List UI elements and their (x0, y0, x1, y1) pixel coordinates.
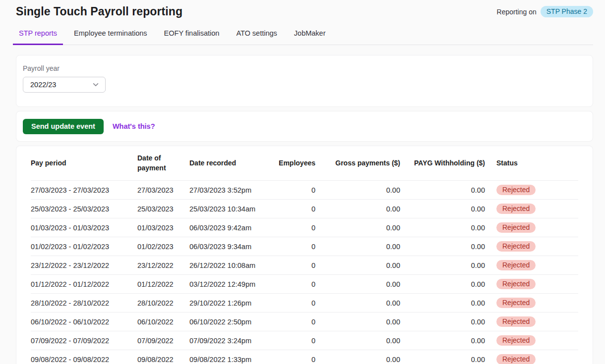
column-header-date-recorded: Date recorded (189, 158, 264, 168)
cell-date-of-payment: 23/12/2022 (137, 261, 189, 269)
cell-date-of-payment: 27/03/2023 (137, 186, 189, 194)
payroll-year-value: 2022/23 (30, 81, 56, 89)
actions-panel: Send update event What's this? (16, 111, 593, 142)
cell-date-recorded: 03/12/2022 12:49pm (189, 280, 264, 288)
column-header-employees: Employees (264, 158, 315, 168)
cell-status: Rejected (485, 204, 578, 214)
cell-date-of-payment: 28/10/2022 (137, 299, 189, 307)
cell-status: Rejected (485, 335, 578, 346)
column-header-gross-payments: Gross payments ($) (315, 158, 400, 168)
cell-status: Rejected (485, 298, 578, 308)
tab-jobmaker[interactable]: JobMaker (288, 26, 332, 45)
cell-gross-payments: 0.00 (315, 299, 400, 307)
cell-payg-withholding: 0.00 (400, 224, 485, 232)
table-row[interactable]: 01/03/2023 - 01/03/2023 01/03/2023 06/03… (31, 218, 578, 237)
table-row[interactable]: 27/03/2023 - 27/03/2023 27/03/2023 27/03… (31, 180, 578, 199)
column-header-date-of-payment: Date of payment (137, 154, 189, 173)
cell-employees: 0 (264, 261, 315, 269)
cell-employees: 0 (264, 205, 315, 213)
stp-phase-badge: STP Phase 2 (541, 6, 593, 17)
chevron-down-icon (92, 81, 99, 88)
cell-gross-payments: 0.00 (315, 280, 400, 288)
cell-payg-withholding: 0.00 (400, 280, 485, 288)
payroll-year-label: Payroll year (23, 64, 586, 72)
cell-pay-period: 07/09/2022 - 07/09/2022 (31, 337, 137, 345)
cell-payg-withholding: 0.00 (400, 337, 485, 345)
cell-status: Rejected (485, 354, 578, 364)
cell-date-recorded: 09/08/2022 1:33pm (189, 356, 264, 364)
cell-date-of-payment: 25/03/2023 (137, 205, 189, 213)
cell-status: Rejected (485, 260, 578, 270)
cell-status: Rejected (485, 185, 578, 195)
cell-pay-period: 27/03/2023 - 27/03/2023 (31, 186, 137, 194)
whats-this-link[interactable]: What's this? (113, 122, 155, 130)
cell-payg-withholding: 0.00 (400, 205, 485, 213)
cell-date-recorded: 29/10/2022 1:26pm (189, 299, 264, 307)
cell-employees: 0 (264, 318, 315, 326)
page-title: Single Touch Payroll reporting (16, 5, 182, 18)
table-body: 27/03/2023 - 27/03/2023 27/03/2023 27/03… (31, 180, 578, 364)
table-row[interactable]: 23/12/2022 - 23/12/2022 23/12/2022 26/12… (31, 256, 578, 274)
cell-payg-withholding: 0.00 (400, 356, 485, 364)
cell-gross-payments: 0.00 (315, 224, 400, 232)
table-row[interactable]: 06/10/2022 - 06/10/2022 06/10/2022 06/10… (31, 312, 578, 331)
status-badge: Rejected (496, 222, 536, 233)
cell-date-of-payment: 01/03/2023 (137, 224, 189, 232)
cell-pay-period: 28/10/2022 - 28/10/2022 (31, 299, 137, 307)
tab-ato-settings[interactable]: ATO settings (230, 26, 283, 45)
table-row[interactable]: 01/12/2022 - 01/12/2022 01/12/2022 03/12… (31, 274, 578, 293)
send-update-event-button[interactable]: Send update event (23, 119, 104, 134)
cell-pay-period: 01/12/2022 - 01/12/2022 (31, 280, 137, 288)
cell-date-of-payment: 01/12/2022 (137, 280, 189, 288)
status-badge: Rejected (496, 316, 536, 327)
table-row[interactable]: 25/03/2023 - 25/03/2023 25/03/2023 25/03… (31, 199, 578, 218)
cell-gross-payments: 0.00 (315, 205, 400, 213)
page-header: Single Touch Payroll reporting Reporting… (0, 0, 605, 18)
cell-gross-payments: 0.00 (315, 186, 400, 194)
cell-employees: 0 (264, 224, 315, 232)
table-row[interactable]: 09/08/2022 - 09/08/2022 09/08/2022 09/08… (31, 350, 578, 364)
column-header-pay-period: Pay period (31, 158, 137, 168)
cell-status: Rejected (485, 316, 578, 327)
reporting-on-label: Reporting on (497, 8, 537, 16)
cell-employees: 0 (264, 243, 315, 251)
status-badge: Rejected (496, 354, 536, 364)
cell-date-recorded: 25/03/2023 10:34am (189, 205, 264, 213)
cell-payg-withholding: 0.00 (400, 186, 485, 194)
cell-pay-period: 06/10/2022 - 06/10/2022 (31, 318, 137, 326)
cell-status: Rejected (485, 222, 578, 233)
cell-pay-period: 01/03/2023 - 01/03/2023 (31, 224, 137, 232)
filter-panel: Payroll year 2022/23 (16, 55, 593, 107)
tab-eofy-finalisation[interactable]: EOFY finalisation (158, 26, 226, 45)
cell-pay-period: 25/03/2023 - 25/03/2023 (31, 205, 137, 213)
cell-employees: 0 (264, 280, 315, 288)
cell-employees: 0 (264, 337, 315, 345)
tab-bar: STP reports Employee terminations EOFY f… (13, 26, 593, 45)
cell-date-of-payment: 06/10/2022 (137, 318, 189, 326)
cell-payg-withholding: 0.00 (400, 243, 485, 251)
tab-stp-reports[interactable]: STP reports (13, 26, 63, 45)
column-header-status: Status (485, 158, 578, 168)
table-header-row: Pay period Date of payment Date recorded… (31, 146, 578, 180)
payroll-year-select[interactable]: 2022/23 (23, 77, 106, 93)
status-badge: Rejected (496, 298, 536, 308)
cell-pay-period: 01/02/2023 - 01/02/2023 (31, 243, 137, 251)
cell-gross-payments: 0.00 (315, 356, 400, 364)
cell-pay-period: 09/08/2022 - 09/08/2022 (31, 356, 137, 364)
table-row[interactable]: 07/09/2022 - 07/09/2022 07/09/2022 07/09… (31, 331, 578, 350)
status-badge: Rejected (496, 260, 536, 270)
table-row[interactable]: 28/10/2022 - 28/10/2022 28/10/2022 29/10… (31, 293, 578, 312)
cell-date-recorded: 06/03/2023 9:34am (189, 243, 264, 251)
cell-date-recorded: 27/03/2023 3:52pm (189, 186, 264, 194)
cell-gross-payments: 0.00 (315, 337, 400, 345)
status-badge: Rejected (496, 335, 536, 346)
table-row[interactable]: 01/02/2023 - 01/02/2023 01/02/2023 06/03… (31, 237, 578, 256)
cell-payg-withholding: 0.00 (400, 299, 485, 307)
cell-pay-period: 23/12/2022 - 23/12/2022 (31, 261, 137, 269)
tab-employee-terminations[interactable]: Employee terminations (68, 26, 153, 45)
cell-gross-payments: 0.00 (315, 243, 400, 251)
cell-employees: 0 (264, 356, 315, 364)
stp-reports-table-panel: Pay period Date of payment Date recorded… (16, 146, 593, 364)
cell-gross-payments: 0.00 (315, 318, 400, 326)
cell-employees: 0 (264, 186, 315, 194)
